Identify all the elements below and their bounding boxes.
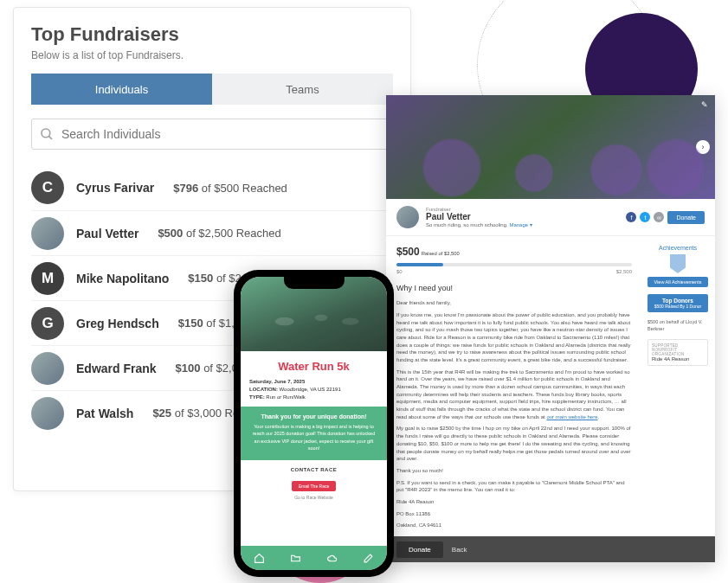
avatar-initial: G [31, 307, 64, 340]
donor-entry: $500 on behalf of Lloyd V. Berkner [647, 319, 708, 332]
footer-back-button[interactable]: Back [452, 546, 467, 554]
org-label: SUPPORTED NONPROFIT ORGANIZATION [652, 343, 704, 356]
story-p5: P.S. If you want to send in a check, you… [396, 479, 632, 494]
phone-nav [241, 546, 387, 570]
thanks-headline: Thank you for your unique donation! [249, 413, 378, 420]
race-website-link[interactable]: Go to Race Website [241, 495, 387, 500]
fundraiser-name: Pat Walsh [76, 407, 133, 420]
profile-footer: Donate Back [386, 536, 715, 562]
profile-main: $500 Raised of $2,500 $0$2,500 Why I nee… [386, 236, 641, 536]
tabs: Individuals Teams [31, 74, 393, 105]
profile-tagline: So much riding, so much schooling. Manag… [426, 221, 532, 227]
address-line-2: PO Box 11386 [396, 510, 632, 518]
type-label: TYPE: [249, 394, 265, 400]
contact-section: CONTACT RACE Email The Race Go to Race W… [241, 460, 387, 507]
bar-min: $0 [396, 268, 403, 276]
profile-name: Paul Vetter [426, 212, 532, 221]
search-input[interactable] [61, 127, 385, 141]
avatar [396, 206, 419, 228]
amount-raised: $500 [396, 246, 420, 258]
tab-individuals[interactable]: Individuals [31, 74, 212, 105]
event-date: Saturday, June 7, 2025 [249, 379, 305, 384]
achievement-badge-icon [670, 254, 686, 273]
avatar-initial: M [31, 262, 64, 295]
story-greeting: Dear friends and family, [396, 299, 632, 307]
address-line-1: Ride 4A Reason [396, 498, 632, 506]
view-all-achievements-button[interactable]: View All Achievements [647, 277, 708, 287]
fundraiser-name: Mike Napolitano [76, 272, 169, 285]
contact-label: CONTACT RACE [241, 467, 387, 472]
event-type: Run or Run/Walk [266, 394, 305, 400]
location-label: LOCATION: [249, 387, 278, 392]
carousel-next-button[interactable]: › [696, 140, 710, 154]
phone-screen: Water Run 5k Saturday, June 7, 2025 LOCA… [241, 277, 387, 570]
folder-icon[interactable] [289, 552, 301, 564]
avatar-image [31, 217, 64, 250]
story-p3: My goal is to raise $2500 by the time I … [396, 425, 632, 462]
link-icon[interactable]: ∞ [654, 212, 664, 222]
donate-button[interactable]: Donate [667, 211, 705, 224]
fundraiser-row[interactable]: CCyrus Farivar$796 of $500 Reached [31, 165, 393, 210]
story-p4: Thank you so much! [396, 467, 632, 475]
event-title: Water Run 5k [241, 351, 387, 378]
avatar-initial: C [31, 171, 64, 204]
email-race-button[interactable]: Email The Race [292, 481, 336, 491]
thanks-banner: Thank you for your unique donation! Your… [241, 407, 387, 460]
home-icon[interactable] [253, 552, 265, 564]
main-website-link[interactable]: our main website here [546, 414, 597, 420]
fundraiser-name: Cyrus Farivar [76, 181, 154, 195]
avatar-image [31, 352, 64, 385]
fundraiser-profile-panel: ✎ › Fundraiser Paul Vetter So much ridin… [386, 95, 715, 562]
tab-teams[interactable]: Teams [212, 74, 393, 105]
story-heading: Why I need you! [396, 283, 632, 294]
svg-line-1 [48, 136, 52, 139]
progress-bar [396, 263, 632, 266]
panel-subtitle: Below is a list of top Fundraisers. [31, 49, 393, 61]
address-line-3: Oakland, CA 94611 [396, 522, 632, 529]
event-location: Woodbridge, VA US 22191 [280, 387, 341, 392]
svg-point-0 [42, 129, 50, 138]
facebook-icon[interactable]: f [626, 212, 636, 222]
twitter-icon[interactable]: t [640, 212, 650, 222]
manage-link[interactable]: Manage ▾ [509, 222, 532, 227]
phone-mockup: Water Run 5k Saturday, June 7, 2025 LOCA… [234, 270, 394, 577]
search-bar[interactable] [31, 119, 393, 150]
top-donors-sub: $500 Raised By 1 Donor [649, 304, 706, 309]
cloud-icon[interactable] [326, 552, 338, 564]
top-donors-box: Top Donors $500 Raised By 1 Donor [647, 294, 708, 312]
event-meta: Saturday, June 7, 2025 LOCATION: Woodbri… [241, 378, 387, 407]
profile-sidebar: Achievements View All Achievements Top D… [641, 236, 715, 536]
story-p1: If you know me, you know I'm passionate … [396, 311, 632, 364]
top-donors-title: Top Donors [649, 298, 706, 304]
fundraiser-name: Edward Frank [76, 362, 157, 375]
edit-icon[interactable]: ✎ [701, 100, 708, 109]
thanks-body: Your contribution is making a big impact… [249, 423, 378, 452]
avatar-image [31, 397, 64, 430]
fundraiser-row[interactable]: Paul Vetter$500 of $2,500 Reached [31, 210, 393, 255]
supported-org-box: SUPPORTED NONPROFIT ORGANIZATION Ride 4A… [647, 339, 708, 366]
fundraiser-amount: $796 of $500 Reached [173, 182, 287, 195]
fundraiser-amount: $500 of $2,500 Reached [158, 227, 280, 240]
profile-header: Fundraiser Paul Vetter So much riding, s… [386, 199, 715, 236]
edit-icon[interactable] [363, 552, 375, 564]
phone-notch [284, 277, 345, 289]
search-icon [39, 126, 55, 142]
achievements-title: Achievements [647, 245, 708, 251]
org-name: Ride 4A Reason [652, 356, 704, 362]
fundraiser-name: Paul Vetter [76, 227, 139, 240]
fundraiser-name: Greg Hendsch [76, 317, 159, 330]
panel-title: Top Fundraisers [31, 23, 393, 46]
achievements-box: Achievements View All Achievements [647, 245, 708, 287]
footer-donate-button[interactable]: Donate [396, 541, 443, 558]
amount-goal: Raised of $2,500 [422, 251, 460, 256]
profile-hero-image: ✎ › [386, 95, 715, 199]
bar-max: $2,500 [616, 268, 632, 276]
story-p2: This is the 15th year that R4R will be m… [396, 368, 632, 421]
